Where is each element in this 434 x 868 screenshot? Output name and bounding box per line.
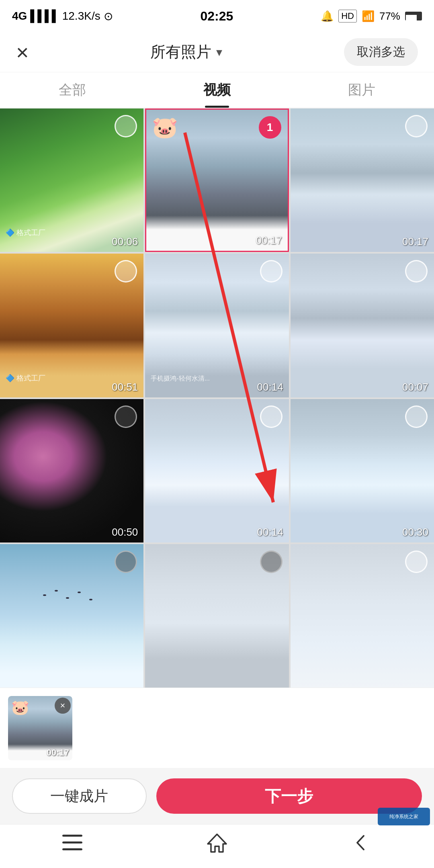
grid-item-11[interactable] bbox=[145, 544, 289, 688]
selection-circle-3[interactable] bbox=[405, 115, 428, 137]
grid-item-9[interactable]: 00:30 bbox=[291, 399, 434, 542]
duration-6: 00:07 bbox=[402, 381, 428, 393]
watermark-label-4: 🔷 格式工厂 bbox=[6, 373, 45, 383]
close-button[interactable]: × bbox=[16, 40, 29, 65]
album-name: 所有照片 bbox=[150, 42, 211, 62]
svg-marker-5 bbox=[208, 834, 226, 852]
duration-2: 00:17 bbox=[256, 234, 282, 247]
media-grid: 🔷 格式工厂 00:06 🐷 1 00:17 00:17 🔷 格式工厂 00:5… bbox=[0, 108, 434, 688]
network-label: 4G bbox=[12, 10, 27, 23]
tab-photo[interactable]: 图片 bbox=[289, 72, 434, 108]
selection-circle-1[interactable] bbox=[115, 115, 137, 137]
grid-item-7[interactable]: 00:50 bbox=[0, 399, 143, 542]
wechat-icon: ⊙ bbox=[104, 10, 113, 23]
svg-rect-2 bbox=[62, 835, 82, 837]
selection-circle-5[interactable] bbox=[260, 260, 283, 283]
selection-circle-10[interactable] bbox=[115, 551, 137, 573]
grid-item-8[interactable]: 00:14 bbox=[145, 399, 289, 542]
duration-1: 00:06 bbox=[112, 235, 138, 248]
status-right: 🔔 HD 📶 77% bbox=[321, 10, 422, 23]
status-bar: 4G ▌▌▌▌ 12.3K/s ⊙ 02:25 🔔 HD 📶 77% bbox=[0, 0, 434, 32]
selection-circle-6[interactable] bbox=[405, 260, 428, 283]
selection-circle-12[interactable] bbox=[405, 551, 428, 573]
duration-7: 00:50 bbox=[112, 526, 138, 538]
selection-circle-2[interactable]: 1 bbox=[259, 116, 281, 139]
battery-icon bbox=[405, 12, 422, 20]
tab-bar: 全部 视频 图片 bbox=[0, 72, 434, 108]
wifi-icon: 📶 bbox=[362, 10, 375, 23]
auto-create-button[interactable]: 一键成片 bbox=[12, 778, 147, 814]
svg-rect-3 bbox=[62, 841, 82, 843]
remove-selected-button[interactable]: × bbox=[55, 698, 71, 714]
grid-item-4[interactable]: 🔷 格式工厂 00:51 bbox=[0, 254, 143, 397]
bottom-nav bbox=[0, 824, 434, 864]
home-button[interactable] bbox=[207, 833, 227, 857]
back-button[interactable] bbox=[352, 833, 372, 857]
tab-all[interactable]: 全部 bbox=[0, 72, 145, 108]
duration-3: 00:17 bbox=[402, 235, 428, 248]
selection-circle-8[interactable] bbox=[260, 405, 283, 428]
duration-9: 00:30 bbox=[402, 526, 428, 538]
duration-4: 00:51 bbox=[112, 381, 138, 393]
action-bar: 一键成片 下一步 bbox=[0, 768, 434, 824]
duration-5: 00:14 bbox=[257, 381, 283, 393]
svg-rect-4 bbox=[62, 848, 82, 850]
signal-bars: ▌▌▌▌ bbox=[30, 10, 59, 23]
notification-icon: 🔔 bbox=[321, 10, 334, 23]
duration-8: 00:14 bbox=[257, 526, 283, 538]
grid-item-10[interactable] bbox=[0, 544, 143, 688]
battery-label: 77% bbox=[379, 10, 400, 23]
chevron-down-icon: ▾ bbox=[216, 45, 222, 59]
grid-item-3[interactable]: 00:17 bbox=[291, 108, 434, 252]
hd-badge: HD bbox=[338, 10, 357, 23]
selection-circle-7[interactable] bbox=[115, 405, 137, 428]
multiselect-button[interactable]: 取消多选 bbox=[344, 38, 418, 66]
tab-video[interactable]: 视频 bbox=[145, 72, 289, 108]
watermark-label-5: 手机摄鸿-轻何水清... bbox=[151, 375, 210, 383]
grid-item-1[interactable]: 🔷 格式工厂 00:06 bbox=[0, 108, 143, 252]
status-left: 4G ▌▌▌▌ 12.3K/s ⊙ bbox=[12, 10, 113, 23]
selection-circle-11[interactable] bbox=[260, 551, 283, 573]
album-title[interactable]: 所有照片 ▾ bbox=[150, 42, 222, 62]
grid-item-5[interactable]: 手机摄鸿-轻何水清... 00:14 bbox=[145, 254, 289, 397]
menu-button[interactable] bbox=[62, 835, 82, 855]
selected-duration: 00:17 bbox=[47, 747, 69, 758]
grid-item-6[interactable]: 00:07 bbox=[291, 254, 434, 397]
selected-strip: 🐷 × 00:17 bbox=[0, 688, 434, 768]
watermark-logo: 纯净系统之家 bbox=[378, 808, 430, 825]
grid-item-2[interactable]: 🐷 1 00:17 bbox=[145, 108, 289, 252]
pig-emoji-2: 🐷 bbox=[152, 115, 178, 140]
clock: 02:25 bbox=[201, 9, 233, 24]
watermark-label: 🔷 格式工厂 bbox=[6, 228, 45, 237]
speed-label: 12.3K/s bbox=[62, 10, 100, 23]
selection-circle-9[interactable] bbox=[405, 405, 428, 428]
selected-thumb-1[interactable]: 🐷 × 00:17 bbox=[8, 696, 72, 760]
selected-pig-emoji: 🐷 bbox=[11, 699, 29, 716]
top-nav: × 所有照片 ▾ 取消多选 bbox=[0, 32, 434, 72]
grid-item-12[interactable] bbox=[291, 544, 434, 688]
